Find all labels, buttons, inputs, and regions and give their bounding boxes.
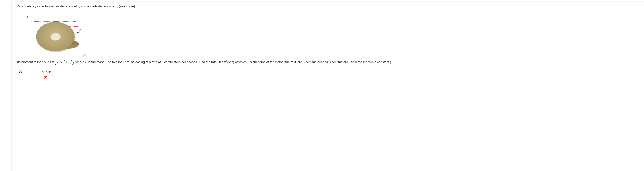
tail2: /sec) at which	[228, 60, 248, 64]
tail3: is changing at the instant the radii are…	[248, 60, 391, 64]
info-icon[interactable]: i	[83, 54, 87, 58]
paren-close: )	[72, 59, 74, 65]
var-r1b-sub: 1	[62, 62, 64, 64]
problem-intro: An annular cylinder has an inside radius…	[17, 4, 639, 9]
var-m: m	[57, 60, 60, 64]
inertia-lead: Its moment of inertia is	[17, 60, 50, 64]
annulus-figure: r2 r1 i	[32, 12, 88, 58]
inertia-statement: Its moment of inertia is I = 12m(r12 + r…	[17, 59, 639, 65]
fraction-half: 12	[54, 60, 57, 65]
var-r2b-sub: 2	[70, 62, 71, 64]
equals: =	[51, 60, 54, 64]
intro-mid: and an outside radius of	[80, 5, 116, 8]
plus: +	[65, 60, 68, 64]
tail1: is the mass. The two radii are increasin…	[88, 60, 226, 64]
unit-prefix: cm	[42, 70, 46, 74]
answer-row: ✘ cm2/sec	[17, 68, 639, 75]
var-m2: m	[85, 60, 88, 64]
page-wrapper: An annular cylinder has an inside radius…	[0, 1, 644, 171]
info-glyph: i	[85, 55, 85, 57]
answer-unit: cm2/sec	[42, 70, 53, 74]
wrong-icon: ✘	[44, 75, 47, 80]
left-gutter	[0, 1, 11, 171]
frac-num: 1	[54, 60, 57, 62]
frac-den: 2	[54, 62, 57, 65]
dimension-r1: r1	[78, 27, 78, 34]
guide-line	[34, 12, 76, 12]
r1-sub: 1	[80, 30, 82, 32]
unit-suffix: /sec	[48, 70, 53, 74]
dimension-r2: r2	[30, 12, 32, 22]
r2-sub: 2	[28, 17, 29, 19]
intro-prefix: An annular cylinder has an inside radius…	[17, 5, 78, 8]
intro-suffix: (see figure).	[118, 5, 136, 8]
where-prefix: , where	[74, 60, 85, 64]
paren-open: (	[60, 59, 61, 65]
annulus-shape	[36, 18, 74, 56]
problem-content: An annular cylinder has an inside radius…	[12, 1, 644, 171]
answer-input[interactable]	[17, 68, 40, 75]
